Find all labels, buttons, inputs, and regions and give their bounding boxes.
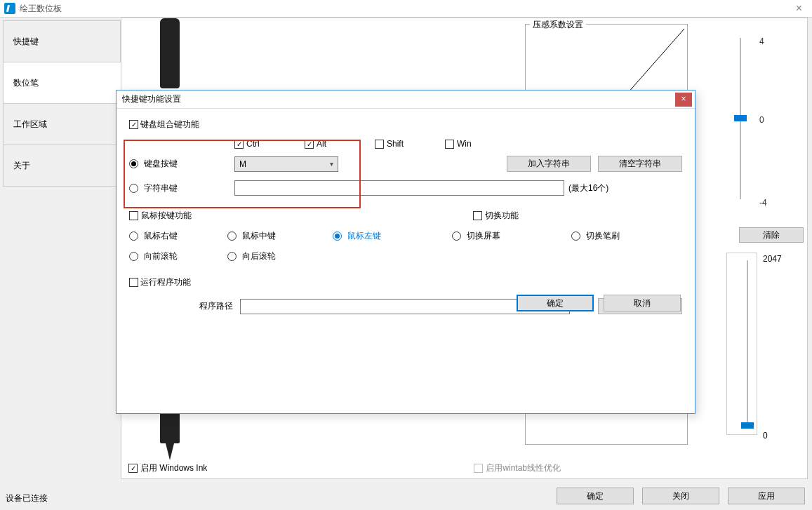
apply-button[interactable]: 应用 [728, 488, 805, 504]
dialog-titlebar: 快捷键功能设置 × [117, 90, 695, 109]
clear-button[interactable]: 清除 [739, 227, 804, 243]
mouse-switch-heading-row: 鼠标按键功能 切换功能 [129, 210, 682, 222]
mouse-middle-radio[interactable]: 鼠标中键 [227, 230, 333, 242]
app-icon [4, 3, 15, 14]
slider-thumb[interactable] [741, 422, 754, 429]
sidebar: 快捷键 数位笔 工作区域 关于 [0, 18, 121, 479]
ctrl-checkbox[interactable]: ✓Ctrl [234, 139, 305, 149]
checkbox-label: 启用wintab线性优化 [486, 462, 561, 474]
key-combobox[interactable]: M▾ [234, 156, 338, 172]
mouse-function-checkbox[interactable]: 鼠标按键功能 [129, 210, 445, 222]
checkbox-label: 鼠标按键功能 [141, 210, 192, 222]
switch-function-checkbox[interactable]: 切换功能 [473, 210, 519, 222]
button-label: 确定 [587, 491, 604, 501]
button-label: 确定 [547, 298, 564, 308]
radio-label: 鼠标左键 [347, 230, 381, 242]
checkbox-label: Alt [317, 139, 326, 149]
checkbox-label: Win [457, 139, 472, 149]
tab-label: 关于 [13, 160, 30, 172]
radio-label: 字符串键 [144, 182, 178, 194]
dialog-close-button[interactable]: × [675, 93, 692, 107]
shortcut-dialog: 快捷键功能设置 × ✓ 键盘组合键功能 ✓Ctrl ✓Alt Shift Win… [116, 90, 695, 414]
button-label: 清除 [763, 230, 780, 240]
program-path-label: 程序路径 [199, 300, 233, 312]
button-label: 取消 [634, 298, 651, 308]
button-label: 加入字符串 [528, 159, 570, 168]
pressure-coef-slider[interactable]: 4 0 -4 [721, 24, 805, 206]
add-string-button[interactable]: 加入字符串 [507, 156, 591, 172]
pressure-range-slider: 2047 0 [721, 253, 805, 442]
slider-label-top: 4 [759, 36, 764, 46]
tab-about[interactable]: 关于 [3, 145, 121, 187]
ok-button[interactable]: 确定 [557, 488, 634, 504]
wheel-radios-row: 向前滚轮 向后滚轮 [129, 250, 682, 262]
tab-label: 工作区域 [13, 119, 47, 130]
checkbox-label: 启用 Windows Ink [140, 462, 207, 474]
slider-label-mid: 0 [759, 115, 764, 125]
radio-label: 向后滚轮 [242, 250, 276, 262]
radio-label: 向前滚轮 [144, 250, 178, 262]
clear-string-button[interactable]: 清空字符串 [598, 156, 682, 172]
wheel-fwd-radio[interactable]: 向前滚轮 [129, 250, 227, 262]
close-button[interactable]: 关闭 [642, 488, 719, 504]
status-text: 设备已连接 [6, 492, 48, 504]
modifier-row: ✓Ctrl ✓Alt Shift Win [234, 139, 682, 149]
switch-brush-radio[interactable]: 切换笔刷 [571, 230, 655, 242]
string-key-radio[interactable]: 字符串键 [129, 182, 234, 194]
checkbox-label: Shift [387, 139, 404, 149]
tab-pen[interactable]: 数位笔 [3, 62, 121, 104]
main-footer-buttons: 确定 关闭 应用 [557, 488, 805, 504]
dialog-cancel-button[interactable]: 取消 [604, 295, 681, 311]
run-program-checkbox[interactable]: 运行程序功能 [129, 276, 682, 288]
enable-windows-ink-checkbox[interactable]: ✓ 启用 Windows Ink [128, 462, 207, 474]
radio-label: 切换笔刷 [586, 230, 620, 242]
bottom-options-row: ✓ 启用 Windows Ink 启用wintab线性优化 [128, 462, 800, 474]
dialog-ok-button[interactable]: 确定 [517, 295, 594, 311]
mouse-left-radio[interactable]: 鼠标左键 [333, 230, 452, 242]
checkbox-label: 运行程序功能 [140, 276, 191, 288]
keyboard-key-radio[interactable]: 键盘按键 [129, 158, 234, 170]
checkbox-label: 切换功能 [485, 210, 519, 222]
radio-label: 鼠标右键 [144, 230, 178, 242]
dialog-title: 快捷键功能设置 [122, 93, 675, 105]
string-key-row: 字符串键 (最大16个) [129, 180, 682, 196]
window-close-icon[interactable]: × [790, 2, 808, 15]
shift-checkbox[interactable]: Shift [375, 139, 445, 149]
radio-label: 键盘按键 [144, 158, 178, 170]
pen-graphic-bottom [160, 408, 180, 464]
keyboard-combo-checkbox[interactable]: ✓ 键盘组合键功能 [129, 119, 682, 130]
string-input[interactable] [234, 180, 564, 196]
window-titlebar: 绘王数位板 × [0, 0, 812, 18]
tab-label: 数位笔 [13, 77, 39, 89]
string-hint-label: (最大16个) [568, 182, 608, 194]
slider-thumb[interactable] [734, 115, 747, 121]
window-title: 绘王数位板 [20, 3, 790, 15]
checkbox-label: 键盘组合键功能 [140, 119, 199, 130]
radio-label: 切换屏幕 [467, 230, 500, 242]
wheel-back-radio[interactable]: 向后滚轮 [227, 250, 312, 262]
win-checkbox[interactable]: Win [445, 139, 515, 149]
dialog-footer: 确定 取消 [517, 295, 681, 311]
button-label: 关闭 [672, 491, 689, 501]
chevron-down-icon: ▾ [330, 160, 333, 168]
keyboard-key-row: 键盘按键 M▾ 加入字符串 清空字符串 [129, 156, 682, 172]
checkbox-label: Ctrl [246, 139, 260, 149]
tab-workarea[interactable]: 工作区域 [3, 103, 121, 145]
mouse-right-radio[interactable]: 鼠标右键 [129, 230, 227, 242]
slider-label-bot: -4 [759, 198, 767, 208]
tab-shortcut[interactable]: 快捷键 [3, 20, 121, 62]
switch-screen-radio[interactable]: 切换屏幕 [452, 230, 571, 242]
slider-label-top: 2047 [763, 254, 782, 264]
tab-label: 快捷键 [13, 36, 39, 48]
button-label: 应用 [758, 491, 775, 501]
enable-wintab-checkbox[interactable]: 启用wintab线性优化 [474, 462, 561, 474]
mouse-radios-row: 鼠标右键 鼠标中键 鼠标左键 切换屏幕 切换笔刷 [129, 230, 682, 242]
combobox-value: M [239, 159, 246, 169]
slider-label-bot: 0 [763, 431, 768, 441]
pressure-slider-panel: 4 0 -4 [721, 24, 805, 206]
pen-graphic-top [160, 18, 180, 88]
highlight-annotation [124, 140, 361, 208]
radio-label: 鼠标中键 [242, 230, 276, 242]
alt-checkbox[interactable]: ✓Alt [305, 139, 375, 149]
button-label: 清空字符串 [619, 159, 661, 168]
